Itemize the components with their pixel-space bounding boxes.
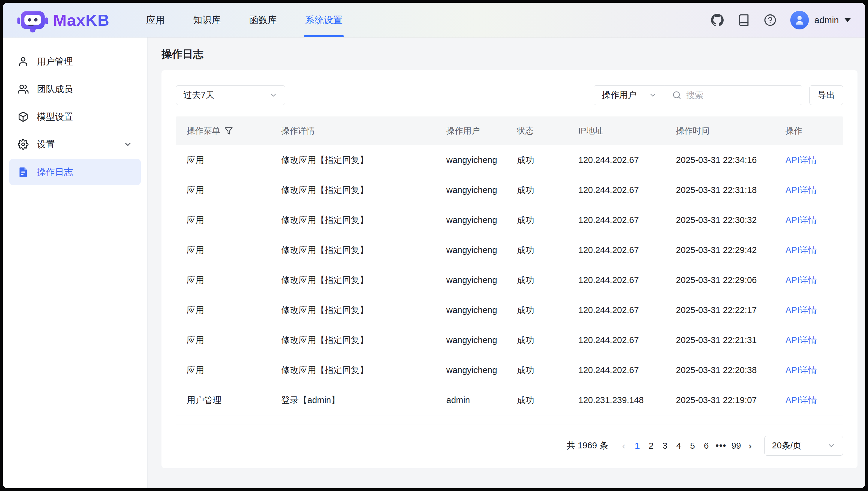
- cell-time: 2025-03-31 22:31:18: [665, 185, 775, 195]
- page-title: 操作日志: [162, 47, 858, 61]
- pagination-page-6[interactable]: 6: [699, 437, 713, 455]
- api-detail-link[interactable]: API详情: [785, 395, 817, 405]
- cell-time: 2025-03-31 22:30:32: [665, 215, 775, 225]
- pagination-page-4[interactable]: 4: [672, 437, 686, 455]
- pagination: 共 1969 条 ‹ 123456•••99 › 20条/页: [176, 436, 843, 456]
- brand-name: MaxKB: [53, 11, 110, 29]
- column-header-ip: IP地址: [568, 125, 665, 137]
- sidebar-item-label: 用户管理: [37, 56, 73, 68]
- column-header-label: 操作详情: [281, 125, 315, 137]
- export-button[interactable]: 导出: [809, 85, 843, 105]
- sidebar-item-label: 操作日志: [37, 166, 73, 178]
- cell-action: API详情: [775, 334, 843, 346]
- api-detail-link[interactable]: API详情: [785, 155, 817, 165]
- sidebar: 用户管理 团队成员 模型设置: [3, 37, 148, 488]
- cell-action: API详情: [775, 184, 843, 196]
- column-header-action: 操作: [775, 125, 843, 137]
- pagination-page-1[interactable]: 1: [630, 437, 644, 455]
- user-menu[interactable]: admin: [790, 11, 851, 29]
- pagination-next-icon[interactable]: ›: [744, 440, 757, 452]
- docs-book-icon[interactable]: [737, 14, 750, 26]
- api-detail-link[interactable]: API详情: [785, 185, 817, 195]
- cell-detail: 修改应用【指定回复】: [270, 304, 435, 316]
- api-detail-link[interactable]: API详情: [785, 305, 817, 315]
- table-row: 用户管理 登录【admin】 admin 成功 120.231.239.148 …: [176, 385, 843, 415]
- api-detail-link[interactable]: API详情: [785, 215, 817, 225]
- api-detail-link[interactable]: API详情: [785, 245, 817, 255]
- tab-system-settings[interactable]: 系统设置: [304, 3, 344, 37]
- tab-function-library[interactable]: 函数库: [248, 3, 278, 37]
- main-content: 操作日志 过去7天 操作用户: [148, 37, 865, 488]
- cell-status: 成功: [506, 364, 568, 376]
- pagination-page-5[interactable]: 5: [686, 437, 699, 455]
- cell-ip: 120.244.202.67: [568, 365, 665, 375]
- cell-time: 2025-03-31 22:21:31: [665, 335, 775, 345]
- cell-ip: 120.244.202.67: [568, 245, 665, 255]
- cell-user: wangyicheng: [435, 155, 506, 165]
- search-input[interactable]: [686, 90, 795, 100]
- page-size-value: 20条/页: [772, 440, 801, 452]
- sidebar-item-settings[interactable]: 设置: [9, 131, 141, 157]
- cell-action: API详情: [775, 394, 843, 406]
- sidebar-item-model-settings[interactable]: 模型设置: [9, 104, 141, 130]
- pagination-prev-icon[interactable]: ‹: [617, 440, 630, 452]
- cell-menu: 应用: [176, 154, 270, 166]
- date-range-select[interactable]: 过去7天: [176, 85, 285, 105]
- cell-menu: 应用: [176, 334, 270, 346]
- page-size-select[interactable]: 20条/页: [764, 436, 843, 456]
- cell-menu: 应用: [176, 214, 270, 226]
- avatar: [790, 11, 809, 29]
- column-header-status: 状态: [506, 125, 568, 137]
- tab-knowledge-base[interactable]: 知识库: [192, 3, 222, 37]
- pagination-pages: 123456•••99: [630, 437, 744, 455]
- cell-detail: 修改应用【指定回复】: [270, 334, 435, 346]
- maxkb-logo[interactable]: MaxKB: [17, 3, 110, 37]
- tab-applications[interactable]: 应用: [145, 3, 166, 37]
- cell-action: API详情: [775, 244, 843, 256]
- table-header: 操作菜单 操作详情 操作用户 状态 IP地址 操作时间 操作: [176, 116, 843, 145]
- cell-user: wangyicheng: [435, 185, 506, 195]
- sidebar-item-label: 团队成员: [37, 83, 73, 95]
- operation-log-table: 操作菜单 操作详情 操作用户 状态 IP地址 操作时间 操作: [176, 116, 843, 424]
- chevron-down-icon: [269, 91, 278, 99]
- pagination-page-99[interactable]: 99: [729, 437, 744, 455]
- sidebar-item-label: 模型设置: [37, 111, 73, 123]
- cell-menu: 应用: [176, 244, 270, 256]
- help-icon[interactable]: [764, 14, 777, 26]
- cell-action: API详情: [775, 364, 843, 376]
- search-icon: [672, 91, 681, 99]
- column-header-label: 状态: [517, 125, 533, 137]
- cell-menu: 应用: [176, 274, 270, 286]
- robot-logo-icon: [17, 7, 48, 33]
- sidebar-item-operation-log[interactable]: 操作日志: [9, 159, 141, 185]
- cell-user: wangyicheng: [435, 245, 506, 255]
- chevron-down-icon: [123, 140, 133, 149]
- cell-menu: 应用: [176, 364, 270, 376]
- cell-ip: 120.244.202.67: [568, 215, 665, 225]
- pagination-total: 共 1969 条: [567, 440, 608, 452]
- cell-time: 2025-03-31 22:29:06: [665, 275, 775, 285]
- sidebar-item-user-management[interactable]: 用户管理: [9, 48, 141, 75]
- top-navbar: MaxKB 应用 知识库 函数库 系统设置: [3, 3, 865, 37]
- pagination-page-2[interactable]: 2: [644, 437, 658, 455]
- api-detail-link[interactable]: API详情: [785, 335, 817, 345]
- github-icon[interactable]: [711, 14, 724, 26]
- main-nav-tabs: 应用 知识库 函数库 系统设置: [145, 3, 344, 37]
- log-document-icon: [18, 167, 29, 177]
- cell-detail: 修改应用【指定回复】: [270, 214, 435, 226]
- user-name: admin: [814, 15, 839, 25]
- filter-funnel-icon[interactable]: [225, 127, 233, 135]
- app-window: MaxKB 应用 知识库 函数库 系统设置: [3, 3, 865, 488]
- sidebar-item-team-members[interactable]: 团队成员: [9, 76, 141, 102]
- cell-status: 成功: [506, 214, 568, 226]
- pagination-page-3[interactable]: 3: [658, 437, 672, 455]
- pagination-ellipsis[interactable]: •••: [713, 437, 729, 455]
- column-header-label: IP地址: [578, 125, 603, 137]
- cell-detail: 修改应用【指定回复】: [270, 184, 435, 196]
- search-field-select[interactable]: 操作用户: [594, 89, 665, 101]
- api-detail-link[interactable]: API详情: [785, 275, 817, 285]
- cell-menu: 用户管理: [176, 394, 270, 406]
- cell-action: API详情: [775, 214, 843, 226]
- avatar-person-icon: [793, 14, 806, 26]
- api-detail-link[interactable]: API详情: [785, 365, 817, 375]
